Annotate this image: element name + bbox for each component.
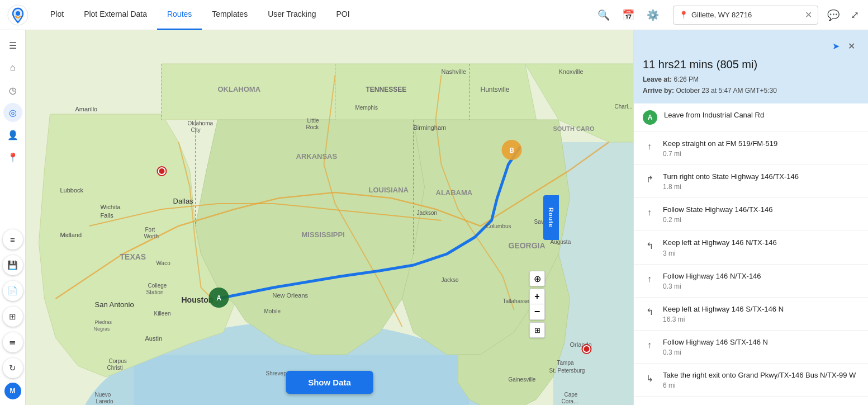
sidebar-pin-icon[interactable]: ◎ (3, 103, 22, 122)
svg-text:TENNESSEE: TENNESSEE (366, 86, 407, 93)
route-panel-toggle[interactable]: Route (543, 195, 559, 240)
clear-search-icon[interactable]: ✕ (805, 10, 812, 20)
sidebar-location-icon[interactable]: 📍 (3, 148, 22, 167)
direction-step-text-7: Follow Highway 146 S/TX-146 N 0.3 mi (663, 337, 859, 356)
svg-text:Piedras: Piedras (95, 319, 112, 325)
keep-left-icon-6: ↰ (643, 305, 656, 319)
svg-text:Huntsville: Huntsville (481, 86, 510, 93)
direction-step-3[interactable]: ↑ Follow State Highway 146/TX-146 0.2 mi (634, 198, 868, 231)
direction-step-1[interactable]: ↑ Keep straight on at FM 519/FM-519 0.7 … (634, 132, 868, 165)
expand-icon-btn[interactable]: ⤢ (848, 7, 861, 23)
direction-step-8[interactable]: ↳ Take the right exit onto Grand Pkwy/TX… (634, 364, 868, 397)
svg-text:Negras: Negras (94, 326, 111, 332)
svg-text:Falls: Falls (101, 212, 114, 219)
sidebar-round-list[interactable]: ≡ (3, 229, 23, 249)
svg-text:A: A (216, 294, 221, 302)
location-search-box: 📍 ✕ (673, 6, 818, 25)
compass-btn[interactable]: ⊞ (529, 322, 545, 338)
svg-text:Waco: Waco (156, 260, 171, 266)
svg-point-82 (584, 346, 590, 352)
directions-close-btn[interactable]: ✕ (843, 38, 859, 54)
directions-list: A Leave from Industrial Canal Rd ↑ Keep … (634, 103, 868, 405)
location-search-input[interactable] (691, 11, 805, 19)
svg-text:ARKANSAS: ARKANSAS (296, 152, 338, 161)
direction-step-text-2: Turn right onto State Highway 146/TX-146… (663, 172, 859, 191)
svg-text:LOUISIANA: LOUISIANA (369, 186, 409, 194)
locate-me-btn[interactable]: ⊕ (529, 271, 545, 286)
svg-text:Columbus: Columbus (486, 223, 511, 229)
svg-point-1 (16, 11, 20, 16)
svg-text:Christi: Christi (107, 365, 123, 371)
left-sidebar: ☰ ⌂ ◷ ◎ 👤 📍 ≡ 💾 📄 ⊞ ≣ ↻ M (0, 30, 26, 405)
sidebar-user-icon[interactable]: 👤 (3, 125, 22, 144)
svg-text:Laredo: Laredo (96, 398, 114, 404)
svg-text:Lubbock: Lubbock (60, 187, 84, 194)
direction-step-2[interactable]: ↱ Turn right onto State Highway 146/TX-1… (634, 165, 868, 198)
svg-text:SOUTH CARO: SOUTH CARO (553, 125, 595, 132)
search-icon-btn[interactable]: 🔍 (595, 6, 613, 24)
zoom-in-btn[interactable]: + (529, 289, 545, 304)
nav-poi[interactable]: POI (326, 0, 360, 30)
directions-navigate-icon[interactable]: ➤ (828, 38, 843, 54)
directions-duration: 11 hrs21 mins (805 mi) (643, 57, 859, 72)
svg-text:OKLAHOMA: OKLAHOMA (218, 85, 261, 93)
svg-text:Dallas: Dallas (173, 197, 194, 205)
sidebar-round-refresh[interactable]: ↻ (3, 358, 23, 378)
sidebar-round-table[interactable]: ⊞ (3, 307, 23, 327)
svg-text:Memphis: Memphis (355, 105, 378, 111)
settings-icon-btn[interactable]: ⚙️ (644, 6, 662, 24)
nav-links: Plot Plot External Data Routes Templates… (40, 0, 595, 30)
nav-actions: 🔍 📅 ⚙️ 📍 ✕ 💬 ⤢ (595, 6, 861, 25)
directions-header-top: ➤ ✕ (643, 38, 859, 54)
sidebar-history-icon[interactable]: ◷ (3, 81, 22, 100)
nav-plot[interactable]: Plot (40, 0, 74, 30)
chat-icon-btn[interactable]: 💬 (825, 7, 842, 23)
sidebar-menu-icon[interactable]: ☰ (3, 36, 22, 55)
direction-step-6[interactable]: ↰ Keep left at Highway 146 S/TX-146 N 16… (634, 298, 868, 331)
zoom-out-btn[interactable]: − (529, 304, 545, 320)
svg-text:MISSISSIPPI: MISSISSIPPI (302, 230, 345, 239)
svg-text:Little: Little (307, 117, 320, 124)
direction-step-7[interactable]: ↑ Follow Highway 146 S/TX-146 N 0.3 mi (634, 331, 868, 364)
location-pin-icon: 📍 (679, 11, 688, 19)
svg-text:Midland: Midland (60, 232, 82, 238)
svg-point-80 (159, 168, 165, 174)
map-area[interactable]: Amarillo Lubbock Midland Wichita Falls D… (26, 30, 633, 405)
svg-text:Jackson: Jackson (417, 210, 438, 216)
arrow-up-icon-7: ↑ (643, 338, 656, 352)
direction-step-text-1: Keep straight on at FM 519/FM-519 0.7 mi (663, 139, 859, 158)
sidebar-round-save[interactable]: 💾 (3, 255, 23, 275)
calendar-icon-btn[interactable]: 📅 (619, 6, 637, 24)
direction-step-text-4: Keep left at Highway 146 N/TX-146 3 mi (663, 238, 859, 257)
top-nav: Plot Plot External Data Routes Templates… (0, 0, 868, 30)
nav-templates[interactable]: Templates (202, 0, 258, 30)
svg-text:Oklahoma: Oklahoma (188, 120, 214, 126)
svg-text:College: College (148, 282, 167, 289)
svg-text:Rock: Rock (306, 124, 320, 130)
main-content: ☰ ⌂ ◷ ◎ 👤 📍 ≡ 💾 📄 ⊞ ≣ ↻ M (0, 30, 868, 405)
arrow-up-icon-5: ↑ (643, 272, 656, 286)
sidebar-home-icon[interactable]: ⌂ (3, 58, 22, 77)
sidebar-round-layers[interactable]: ≣ (3, 332, 23, 352)
svg-text:GEORGIA: GEORGIA (509, 241, 546, 250)
nav-plot-external[interactable]: Plot External Data (74, 0, 157, 30)
svg-text:Cora...: Cora... (562, 398, 578, 404)
svg-text:Jackso: Jackso (442, 277, 459, 283)
directions-panel: ➤ ✕ 11 hrs21 mins (805 mi) Leave at: 6:2… (633, 30, 868, 405)
nav-routes[interactable]: Routes (157, 0, 202, 30)
logo[interactable] (7, 4, 29, 26)
direction-step-5[interactable]: ↑ Follow Highway 146 N/TX-146 0.3 mi (634, 265, 868, 298)
svg-text:Tallahassee: Tallahassee (503, 298, 533, 304)
show-data-button[interactable]: Show Data (286, 371, 373, 394)
direction-step-0[interactable]: A Leave from Industrial Canal Rd (634, 103, 868, 132)
arrow-up-icon-1: ↑ (643, 140, 656, 153)
svg-text:Cape: Cape (565, 392, 578, 398)
direction-step-4[interactable]: ↰ Keep left at Highway 146 N/TX-146 3 mi (634, 231, 868, 264)
sidebar-user-avatar[interactable]: M (4, 383, 21, 399)
svg-text:Amarillo: Amarillo (75, 106, 98, 112)
nav-user-tracking[interactable]: User Tracking (258, 0, 326, 30)
svg-text:Knoxville: Knoxville (559, 68, 584, 75)
sidebar-round-doc[interactable]: 📄 (3, 281, 23, 301)
map-controls: ⊕ + − ⊞ (529, 271, 545, 338)
svg-text:Tampa: Tampa (557, 360, 574, 366)
